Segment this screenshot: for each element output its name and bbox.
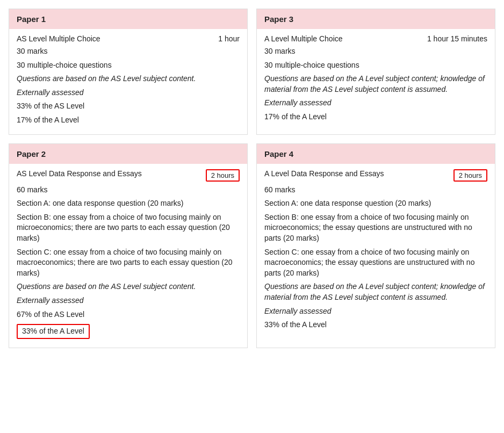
paper-header-paper1: Paper 1 (9, 9, 247, 29)
paper-percentage2: 33% of the A Level (17, 323, 240, 339)
paper-section-c: Section C: one essay from a choice of tw… (264, 247, 487, 279)
paper-card-paper2: Paper 2AS Level Data Response and Essays… (9, 143, 248, 348)
paper-percentage2: 17% of the A Level (17, 115, 240, 126)
paper-section-c: Section C: one essay from a choice of tw… (17, 247, 240, 279)
paper-questions: 30 multiple-choice questions (264, 60, 487, 71)
paper-description: Questions are based on the A Level subje… (264, 74, 487, 95)
paper-section-a: Section A: one data response question (2… (264, 198, 487, 209)
paper-time: 2 hours (206, 169, 240, 182)
paper-body-paper2: AS Level Data Response and Essays2 hours… (9, 164, 247, 348)
paper-assessed: Externally assessed (17, 88, 240, 98)
paper-time: 1 hour 15 minutes (427, 34, 487, 43)
paper-subject: AS Level Multiple Choice (17, 34, 100, 43)
paper-body-paper1: AS Level Multiple Choice1 hour30 marks30… (9, 29, 247, 134)
subject-time-row: A Level Data Response and Essays2 hours (264, 169, 487, 182)
paper-card-paper3: Paper 3A Level Multiple Choice1 hour 15 … (256, 9, 495, 135)
paper-description: Questions are based on the AS Level subj… (17, 282, 240, 292)
paper-questions: 30 multiple-choice questions (17, 60, 240, 71)
paper-marks: 60 marks (17, 185, 240, 196)
paper-description: Questions are based on the A Level subje… (264, 282, 487, 302)
subject-time-row: AS Level Data Response and Essays2 hours (17, 169, 240, 182)
paper-assessed: Externally assessed (264, 306, 487, 317)
paper-time: 1 hour (218, 34, 240, 43)
paper-card-paper1: Paper 1AS Level Multiple Choice1 hour30 … (9, 9, 248, 135)
paper-body-paper4: A Level Data Response and Essays2 hours6… (257, 164, 495, 339)
paper-description: Questions are based on the AS Level subj… (17, 74, 240, 84)
paper-subject: AS Level Data Response and Essays (17, 169, 142, 178)
paper-section-a: Section A: one data response question (2… (17, 198, 240, 209)
paper-subject: A Level Data Response and Essays (264, 169, 384, 178)
paper-marks: 60 marks (264, 185, 487, 196)
paper-subject: A Level Multiple Choice (264, 34, 343, 43)
paper-header-paper2: Paper 2 (9, 144, 247, 164)
paper-marks: 30 marks (17, 46, 240, 57)
paper-header-paper3: Paper 3 (257, 9, 495, 29)
paper-percentage1: 17% of the A Level (264, 112, 487, 122)
subject-time-row: AS Level Multiple Choice1 hour (17, 34, 240, 43)
paper-marks: 30 marks (264, 46, 487, 57)
paper-percentage1: 33% of the A Level (264, 320, 487, 330)
paper-percentage1: 67% of the AS Level (17, 309, 240, 320)
paper-assessed: Externally assessed (17, 295, 240, 306)
subject-time-row: A Level Multiple Choice1 hour 15 minutes (264, 34, 487, 43)
paper-assessed: Externally assessed (264, 98, 487, 109)
paper-card-paper4: Paper 4A Level Data Response and Essays2… (256, 143, 495, 348)
paper-header-paper4: Paper 4 (257, 144, 495, 164)
papers-grid: Paper 1AS Level Multiple Choice1 hour30 … (9, 9, 495, 348)
paper-body-paper3: A Level Multiple Choice1 hour 15 minutes… (257, 29, 495, 131)
paper-time: 2 hours (453, 169, 487, 182)
paper-section-b: Section B: one essay from a choice of tw… (264, 212, 487, 244)
paper-section-b: Section B: one essay from a choice of tw… (17, 212, 240, 244)
paper-percentage1: 33% of the AS Level (17, 101, 240, 112)
